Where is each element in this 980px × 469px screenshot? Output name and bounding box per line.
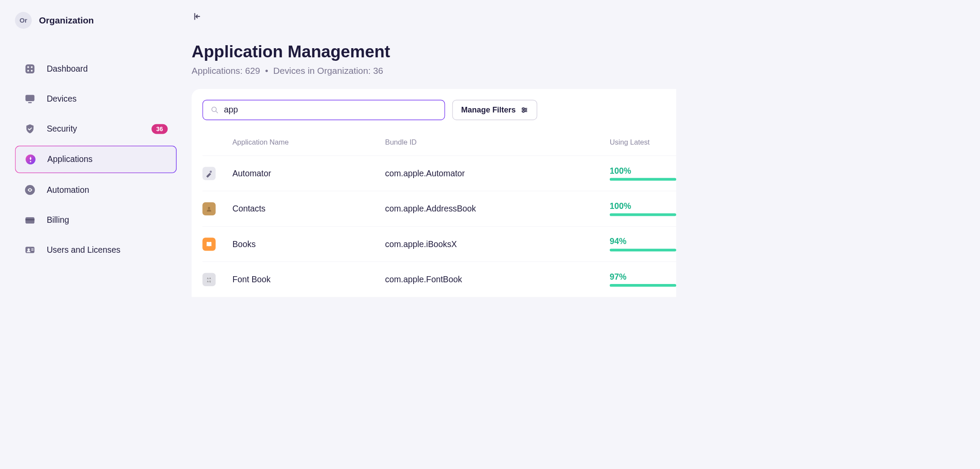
sidebar-item-label: Automation (47, 185, 168, 195)
svg-rect-0 (26, 64, 35, 73)
main-content: Application Management Applications: 629… (192, 0, 676, 324)
nav-list: Dashboard Devices Security 36 Applic (15, 56, 177, 263)
devices-count-value: 36 (373, 66, 383, 76)
billing-icon (24, 214, 36, 226)
sidebar-item-devices[interactable]: Devices (15, 86, 177, 112)
svg-point-2 (31, 66, 33, 68)
users-icon (24, 244, 36, 256)
svg-point-17 (523, 108, 524, 109)
cell-using-latest: 100% (610, 201, 676, 216)
cell-app-name: Font Book (232, 274, 385, 284)
svg-point-8 (30, 161, 31, 162)
svg-text:Q: Q (209, 280, 210, 283)
col-header-bundle[interactable]: Bundle ID (385, 138, 609, 146)
app-icon (202, 202, 215, 215)
percent-label: 94% (610, 237, 676, 246)
cell-bundle-id: com.apple.AddressBook (385, 204, 609, 214)
svg-rect-5 (26, 95, 35, 101)
svg-point-4 (31, 70, 33, 72)
percent-bar (610, 178, 676, 181)
percent-label: 97% (610, 272, 676, 282)
percent-label: 100% (610, 201, 676, 211)
svg-text:A: A (207, 277, 209, 280)
svg-point-18 (525, 109, 526, 111)
svg-point-21 (208, 207, 210, 209)
sidebar-item-security[interactable]: Security 36 (15, 116, 177, 142)
card-toolbar: Manage Filters (202, 100, 676, 120)
shield-icon (24, 123, 36, 135)
svg-point-9 (25, 185, 35, 195)
table-header: Application Name Bundle ID Using Latest (202, 132, 676, 155)
cell-app-name: Automator (232, 168, 385, 178)
svg-point-13 (27, 248, 30, 251)
collapse-sidebar-button[interactable] (192, 12, 676, 21)
cell-using-latest: 97% (610, 272, 676, 287)
sidebar-item-label: Dashboard (47, 64, 168, 74)
app-icon: AAAQ (202, 273, 215, 286)
org-avatar: Or (15, 12, 32, 29)
cell-app-name: Books (232, 239, 385, 249)
app-icon (202, 238, 215, 251)
svg-text:A: A (209, 277, 211, 280)
svg-text:A: A (207, 280, 209, 283)
manage-filters-button[interactable]: Manage Filters (452, 100, 537, 120)
svg-rect-6 (28, 102, 32, 103)
search-input[interactable] (224, 105, 437, 115)
sidebar-item-dashboard[interactable]: Dashboard (15, 56, 177, 82)
devices-icon (24, 93, 36, 105)
devices-count-label: Devices in Organization: (273, 66, 371, 76)
table-row[interactable]: Contacts com.apple.AddressBook 100% (202, 191, 676, 226)
sidebar-item-billing[interactable]: Billing (15, 207, 177, 233)
svg-point-1 (27, 66, 29, 68)
cell-using-latest: 94% (610, 237, 676, 251)
security-badge: 36 (151, 124, 168, 134)
manage-filters-label: Manage Filters (461, 106, 516, 115)
app-icon (202, 167, 215, 180)
table-row[interactable]: AAAQ Font Book com.apple.FontBook 97% (202, 261, 676, 297)
org-name: Organization (39, 15, 94, 25)
automation-icon (24, 184, 36, 196)
org-header[interactable]: Or Organization (15, 12, 177, 29)
sidebar-item-label: Applications (47, 155, 167, 164)
col-header-latest[interactable]: Using Latest (610, 138, 676, 146)
cell-using-latest: 100% (610, 166, 676, 181)
sidebar-item-label: Devices (47, 94, 168, 104)
sidebar-item-label: Users and Licenses (47, 245, 168, 254)
percent-bar (610, 249, 676, 251)
sidebar-item-label: Security (47, 124, 141, 134)
search-box[interactable] (202, 100, 445, 120)
percent-bar (610, 213, 676, 216)
table-row[interactable]: Books com.apple.iBooksX 94% (202, 226, 676, 261)
apps-count-value: 629 (245, 66, 260, 76)
svg-rect-14 (31, 248, 33, 249)
subtitle-separator: • (265, 66, 268, 76)
apps-count-label: Applications: (192, 66, 243, 76)
sidebar-item-automation[interactable]: Automation (15, 177, 177, 203)
applications-table: Application Name Bundle ID Using Latest … (202, 132, 676, 297)
cell-app-name: Contacts (232, 204, 385, 214)
sidebar-item-users[interactable]: Users and Licenses (15, 237, 177, 263)
percent-label: 100% (610, 166, 676, 175)
dashboard-icon (24, 63, 36, 75)
svg-point-3 (27, 70, 29, 72)
cell-bundle-id: com.apple.iBooksX (385, 239, 609, 249)
cell-bundle-id: com.apple.Automator (385, 168, 609, 178)
sidebar-item-applications[interactable]: Applications (15, 145, 177, 173)
svg-rect-11 (26, 219, 35, 220)
percent-bar (610, 284, 676, 287)
filter-icon (520, 106, 528, 114)
svg-point-16 (212, 107, 216, 112)
applications-card: Manage Filters Application Name Bundle I… (192, 89, 676, 297)
svg-point-19 (523, 111, 524, 112)
sidebar-item-label: Billing (47, 215, 168, 225)
page-title: Application Management (192, 42, 676, 62)
svg-rect-15 (31, 250, 33, 251)
cell-bundle-id: com.apple.FontBook (385, 274, 609, 284)
page-subtitle: Applications: 629 • Devices in Organizat… (192, 66, 676, 76)
applications-icon (25, 153, 37, 165)
table-row[interactable]: Automator com.apple.Automator 100% (202, 155, 676, 191)
sidebar: Or Organization Dashboard Devices S (0, 0, 192, 324)
search-icon (211, 106, 219, 114)
svg-point-20 (210, 171, 212, 173)
col-header-name[interactable]: Application Name (232, 138, 385, 146)
